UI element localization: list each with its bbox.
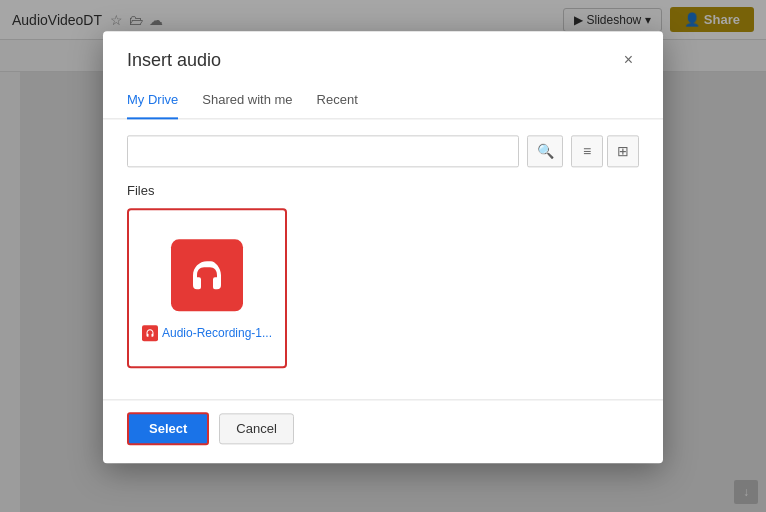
view-buttons: ≡ ⊞ (571, 135, 639, 167)
files-grid: Audio-Recording-1... (127, 208, 639, 368)
cancel-button[interactable]: Cancel (219, 413, 293, 444)
file-name: Audio-Recording-1... (162, 326, 272, 340)
modal-header: Insert audio × (103, 31, 663, 83)
tab-recent[interactable]: Recent (317, 84, 358, 119)
file-icon-wrap (167, 235, 247, 315)
select-button[interactable]: Select (127, 412, 209, 445)
file-name-row: Audio-Recording-1... (134, 325, 280, 341)
search-area: 🔍 ≡ ⊞ (103, 119, 663, 175)
close-button[interactable]: × (618, 49, 639, 71)
grid-view-button[interactable]: ⊞ (607, 135, 639, 167)
file-small-icon (142, 325, 158, 341)
tab-shared-with-me[interactable]: Shared with me (202, 84, 292, 119)
audio-icon-bg (171, 239, 243, 311)
search-input[interactable] (127, 135, 519, 167)
list-icon: ≡ (583, 143, 591, 159)
file-card[interactable]: Audio-Recording-1... (127, 208, 287, 368)
insert-audio-modal: Insert audio × My Drive Shared with me R… (103, 31, 663, 463)
small-audio-icon (145, 328, 155, 338)
files-label: Files (127, 183, 639, 198)
headphone-icon (185, 253, 229, 297)
modal-footer: Select Cancel (103, 399, 663, 463)
files-section: Files Audio-Recording-1.. (103, 175, 663, 395)
tab-my-drive[interactable]: My Drive (127, 84, 178, 119)
search-icon: 🔍 (537, 143, 554, 159)
list-view-button[interactable]: ≡ (571, 135, 603, 167)
search-button[interactable]: 🔍 (527, 135, 563, 167)
modal-title: Insert audio (127, 50, 221, 71)
modal-tabs: My Drive Shared with me Recent (103, 83, 663, 119)
grid-icon: ⊞ (617, 143, 629, 159)
